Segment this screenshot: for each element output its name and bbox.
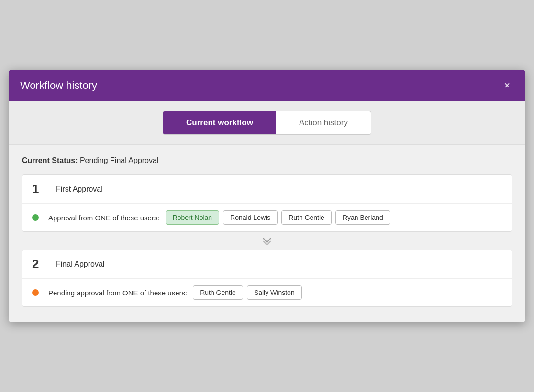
step-2-approval-text: Pending approval from ONE of these users… <box>48 289 187 297</box>
tab-action-history[interactable]: Action history <box>276 111 371 134</box>
step-arrow <box>22 236 512 250</box>
tab-current-workflow[interactable]: Current workflow <box>163 111 276 134</box>
user-tag-sally-winston: Sally Winston <box>247 285 302 300</box>
workflow-step-1: 1 First Approval Approval from ONE of th… <box>22 174 512 232</box>
step-1-status-dot <box>32 214 39 221</box>
current-status-label: Current Status: Pending Final Approval <box>22 156 512 165</box>
modal-body: Current Status: Pending Final Approval 1… <box>9 145 525 322</box>
step-1-number: 1 <box>32 182 46 196</box>
step-2-status-dot <box>32 289 39 296</box>
step-2-number: 2 <box>32 257 46 272</box>
step-2-header: 2 Final Approval <box>22 250 512 279</box>
modal-title: Workflow history <box>20 79 97 92</box>
step-1-row: Approval from ONE of these users: Robert… <box>22 204 512 231</box>
workflow-history-modal: Workflow history × Current workflow Acti… <box>9 70 525 322</box>
step-2-row: Pending approval from ONE of these users… <box>22 279 512 306</box>
current-status-prefix: Current Status: <box>22 156 78 164</box>
tabs-container: Current workflow Action history <box>163 111 371 135</box>
user-tag-robert-nolan: Robert Nolan <box>166 210 220 225</box>
workflow-step-2: 2 Final Approval Pending approval from O… <box>22 250 512 307</box>
step-2-user-tags: Ruth Gentle Sally Winston <box>193 285 302 300</box>
step-2-title: Final Approval <box>56 260 104 269</box>
close-button[interactable]: × <box>500 78 514 93</box>
user-tag-ruth-gentle-1: Ruth Gentle <box>281 210 332 225</box>
user-tag-ruth-gentle-2: Ruth Gentle <box>193 285 243 300</box>
user-tag-ryan-berland: Ryan Berland <box>335 210 390 225</box>
step-1-header: 1 First Approval <box>22 175 512 204</box>
step-1-title: First Approval <box>56 185 103 194</box>
step-1-approval-text: Approval from ONE of these users: <box>48 214 160 222</box>
modal-header: Workflow history × <box>9 70 525 101</box>
current-status-value: Pending Final Approval <box>80 156 159 164</box>
user-tag-ronald-lewis: Ronald Lewis <box>223 210 278 225</box>
tabs-bar: Current workflow Action history <box>9 101 525 145</box>
step-1-user-tags: Robert Nolan Ronald Lewis Ruth Gentle Ry… <box>166 210 390 225</box>
